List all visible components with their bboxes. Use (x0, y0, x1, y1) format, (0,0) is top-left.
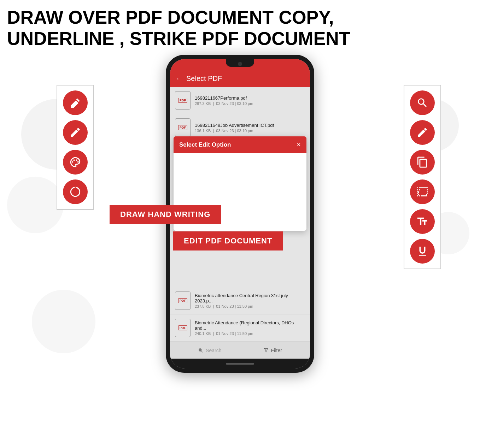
right-toolbar (404, 85, 441, 269)
eraser-button[interactable] (63, 90, 88, 115)
modal-header: Select Edit Option × (174, 136, 306, 153)
app-header: ← Select PDF (170, 72, 310, 87)
search-icon (416, 97, 428, 109)
copy-icon (416, 156, 428, 168)
text-size-button[interactable] (410, 209, 435, 234)
draw-handwriting-callout[interactable]: DRAW HAND WRITING (110, 205, 221, 224)
underline-icon (416, 245, 428, 257)
selection-icon (416, 186, 428, 198)
eraser-icon (69, 97, 81, 109)
search-button[interactable] (410, 90, 435, 115)
selection-button[interactable] (410, 179, 435, 204)
palette-icon (69, 156, 81, 168)
modal-title: Select Edit Option (179, 141, 231, 148)
phone-camera (238, 62, 242, 66)
back-button[interactable]: ← (176, 75, 183, 83)
draw-handwriting-label: DRAW HAND WRITING (120, 210, 210, 219)
home-bar-line (226, 363, 254, 365)
home-bar (170, 359, 310, 369)
underline-button[interactable] (410, 239, 435, 264)
left-toolbar (57, 85, 94, 210)
edit-pdf-label: EDIT PDF DOCUMENT (184, 236, 272, 245)
page-title: DRAW OVER PDF DOCUMENT COPY, UNDERLINE ,… (7, 7, 350, 49)
text-size-icon (416, 216, 428, 228)
copy-button[interactable] (410, 150, 435, 175)
dropper-button[interactable] (63, 179, 88, 204)
pencil-icon (69, 126, 81, 138)
header-title: Select PDF (186, 75, 222, 83)
pen-button[interactable] (410, 120, 435, 145)
pencil-button[interactable] (63, 120, 88, 145)
dropper-icon (69, 186, 81, 198)
edit-pdf-callout[interactable]: EDIT PDF DOCUMENT (173, 231, 283, 250)
modal-close-button[interactable]: × (297, 141, 301, 149)
palette-button[interactable] (63, 150, 88, 175)
pen-icon (416, 126, 428, 138)
